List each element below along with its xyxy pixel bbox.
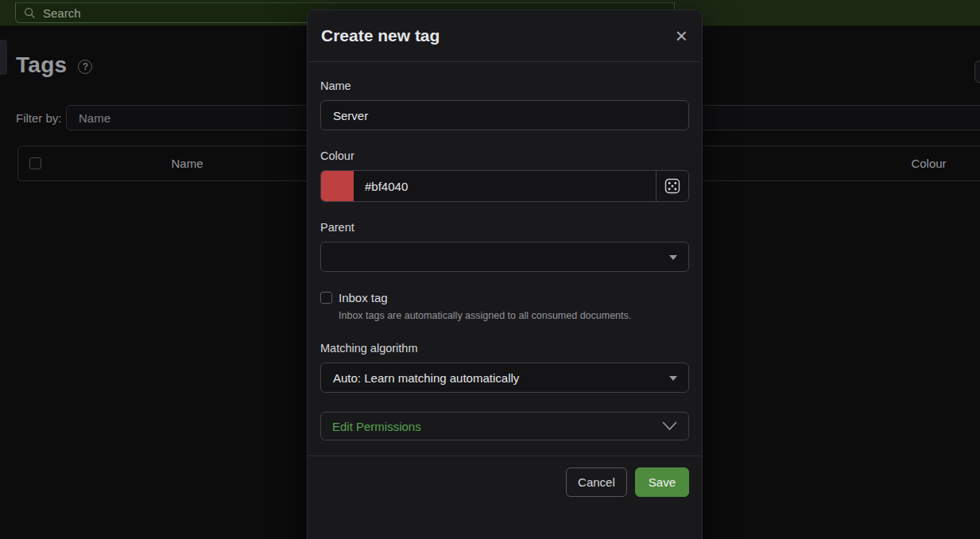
- sidebar-edge-fragment: [0, 40, 7, 75]
- name-field: Name: [320, 79, 689, 130]
- select-all-checkbox[interactable]: [29, 157, 41, 169]
- colour-swatch: [321, 171, 354, 201]
- dice-icon: [664, 178, 680, 194]
- name-input[interactable]: [320, 100, 689, 130]
- dialog-header: Create new tag ×: [308, 10, 702, 62]
- parent-select[interactable]: [320, 242, 689, 272]
- search-icon: [24, 7, 36, 19]
- colour-hex-input[interactable]: [354, 171, 656, 201]
- parent-label: Parent: [320, 221, 689, 234]
- matching-algorithm-label: Matching algorithm: [320, 342, 689, 355]
- inbox-tag-checkbox[interactable]: [320, 292, 332, 304]
- colour-field: Colour: [320, 149, 689, 202]
- inbox-tag-hint: Inbox tags are automatically assigned to…: [339, 310, 689, 321]
- name-label: Name: [320, 79, 689, 92]
- create-tag-dialog: Create new tag × Name Colour: [307, 10, 703, 539]
- caret-down-icon: [669, 255, 677, 260]
- cancel-button[interactable]: Cancel: [566, 467, 627, 497]
- colour-label: Colour: [320, 149, 689, 162]
- parent-field: Parent: [320, 221, 689, 272]
- edit-permissions-label: Edit Permissions: [332, 420, 662, 433]
- chevron-down-icon: [662, 421, 677, 431]
- close-button[interactable]: ×: [676, 25, 688, 46]
- random-colour-button[interactable]: [656, 171, 688, 201]
- filter-by-label: Filter by:: [16, 111, 62, 125]
- offscreen-button-fragment: [974, 60, 980, 83]
- page-title: Tags: [16, 52, 67, 78]
- column-header-name[interactable]: Name: [58, 157, 316, 170]
- column-header-colour[interactable]: Colour: [875, 157, 980, 170]
- inbox-tag-label: Inbox tag: [339, 291, 388, 304]
- dialog-title: Create new tag: [321, 26, 676, 45]
- inbox-tag-field: Inbox tag Inbox tags are automatically a…: [320, 291, 689, 321]
- matching-algorithm-field: Matching algorithm Auto: Learn matching …: [320, 342, 689, 393]
- search-input[interactable]: [43, 6, 281, 20]
- edit-permissions-accordion[interactable]: Edit Permissions: [320, 412, 689, 440]
- save-button[interactable]: Save: [635, 467, 689, 497]
- matching-algorithm-value: Auto: Learn matching automatically: [333, 371, 519, 385]
- caret-down-icon: [669, 376, 677, 381]
- help-icon[interactable]: ?: [78, 60, 92, 74]
- matching-algorithm-select[interactable]: Auto: Learn matching automatically: [320, 363, 689, 393]
- dialog-footer: Cancel Save: [308, 456, 702, 508]
